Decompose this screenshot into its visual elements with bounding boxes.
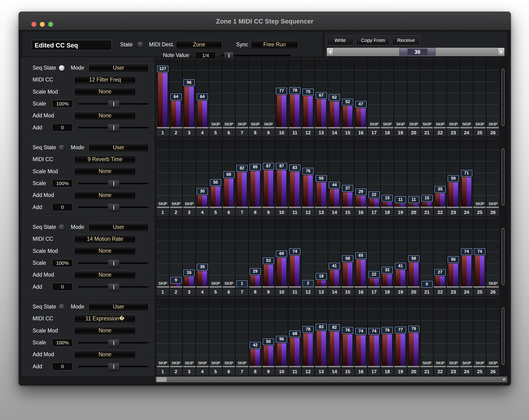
step-column-26[interactable]: SKIP bbox=[487, 59, 499, 127]
scale-slider[interactable] bbox=[78, 180, 148, 187]
slider-thumb[interactable] bbox=[108, 180, 119, 187]
step-column-13[interactable]: 59 bbox=[315, 138, 328, 207]
step-bar[interactable] bbox=[250, 347, 261, 366]
step-column-26[interactable]: SKIP bbox=[487, 298, 499, 366]
step-bar[interactable] bbox=[184, 275, 194, 286]
step-bar[interactable] bbox=[290, 170, 300, 207]
step-column-4[interactable]: 39 bbox=[196, 218, 209, 286]
step-bar[interactable] bbox=[329, 330, 340, 366]
step-bar[interactable] bbox=[276, 93, 287, 127]
step-column-8[interactable]: 42 bbox=[249, 298, 262, 366]
step-column-18[interactable]: SKIP bbox=[381, 59, 394, 127]
step-column-23[interactable]: 56 bbox=[447, 218, 460, 286]
step-column-1[interactable]: 127 bbox=[157, 59, 170, 127]
step-column-25[interactable]: 74 bbox=[474, 218, 487, 286]
scale-mod-button[interactable]: None bbox=[74, 167, 136, 176]
chart-vertical-scrollbar[interactable] bbox=[502, 69, 504, 126]
add-slider[interactable] bbox=[78, 363, 148, 370]
step-bar[interactable] bbox=[356, 258, 366, 286]
step-column-2[interactable]: 64 bbox=[170, 59, 183, 127]
step-column-9[interactable]: 87 bbox=[262, 138, 276, 207]
scroll-left-arrow-icon[interactable] bbox=[327, 48, 334, 56]
step-column-4[interactable]: 64 bbox=[196, 59, 209, 127]
step-bar[interactable] bbox=[237, 171, 247, 207]
step-bar[interactable] bbox=[461, 254, 472, 286]
step-column-7[interactable]: 1 bbox=[236, 218, 249, 286]
step-column-19[interactable]: 11 bbox=[394, 138, 408, 207]
step-bar[interactable] bbox=[250, 274, 261, 286]
midi-cc-button[interactable]: 14 Motion Rate bbox=[74, 235, 136, 244]
step-column-22[interactable]: SKIP bbox=[434, 298, 447, 366]
window-titlebar[interactable]: Zone 1 MIDI CC Step Sequencer bbox=[19, 12, 511, 30]
step-bar[interactable] bbox=[435, 191, 445, 207]
step-bar[interactable] bbox=[369, 197, 380, 207]
seq-state-led[interactable] bbox=[59, 65, 65, 71]
seq-state-led[interactable] bbox=[59, 304, 65, 310]
slider-thumb[interactable] bbox=[108, 283, 119, 291]
step-column-10[interactable]: 87 bbox=[276, 138, 289, 207]
step-bar[interactable] bbox=[250, 169, 261, 207]
step-bar[interactable] bbox=[329, 187, 340, 207]
add-mod-button[interactable]: None bbox=[74, 191, 136, 200]
step-column-6[interactable]: SKIP bbox=[223, 218, 236, 286]
write-button[interactable]: Write bbox=[327, 36, 353, 45]
step-bar[interactable] bbox=[303, 94, 313, 127]
step-column-22[interactable]: SKIP bbox=[434, 59, 447, 127]
add-value-field[interactable]: 0 bbox=[52, 124, 73, 131]
step-column-11[interactable]: 74 bbox=[289, 218, 302, 286]
step-column-13[interactable]: 83 bbox=[315, 298, 328, 366]
step-column-5[interactable]: SKIP bbox=[209, 218, 223, 286]
step-column-13[interactable]: 18 bbox=[315, 218, 328, 286]
step-column-14[interactable]: 62 bbox=[328, 59, 342, 127]
chart-horizontal-scrollbar[interactable]: + bbox=[156, 377, 507, 382]
step-bar[interactable] bbox=[408, 331, 419, 366]
step-column-2[interactable]: SKIP bbox=[170, 298, 183, 366]
step-column-19[interactable]: 77 bbox=[394, 298, 408, 366]
step-column-21[interactable]: 15 bbox=[421, 138, 434, 207]
step-column-5[interactable]: SKIP bbox=[209, 298, 223, 366]
seq-state-led[interactable] bbox=[59, 144, 65, 151]
step-bar[interactable] bbox=[408, 261, 419, 286]
step-bar[interactable] bbox=[210, 185, 221, 207]
midi-dest-button[interactable]: Zone bbox=[176, 40, 222, 49]
slider-thumb[interactable] bbox=[108, 339, 119, 347]
step-column-25[interactable]: SKIP bbox=[474, 138, 487, 207]
step-bar[interactable] bbox=[276, 341, 287, 366]
step-column-12[interactable]: 76 bbox=[302, 138, 315, 207]
slider-thumb[interactable] bbox=[108, 363, 119, 370]
step-column-20[interactable]: SKIP bbox=[408, 59, 421, 127]
step-column-17[interactable]: 22 bbox=[368, 218, 381, 286]
step-column-19[interactable]: 41 bbox=[394, 218, 408, 286]
step-column-17[interactable]: 74 bbox=[368, 298, 381, 366]
step-bar[interactable] bbox=[316, 181, 327, 207]
step-column-22[interactable]: 27 bbox=[434, 218, 447, 286]
step-bar[interactable] bbox=[157, 71, 168, 127]
step-column-12[interactable]: 78 bbox=[302, 298, 315, 366]
step-bar[interactable] bbox=[461, 175, 472, 207]
midi-cc-button[interactable]: 9 Reverb Time bbox=[74, 155, 136, 164]
step-column-15[interactable]: 58 bbox=[341, 218, 355, 286]
step-bar[interactable] bbox=[382, 332, 393, 366]
step-column-8[interactable]: SKIP bbox=[249, 59, 262, 127]
step-bar[interactable] bbox=[184, 85, 194, 127]
step-column-1[interactable]: SKIP bbox=[157, 298, 170, 366]
step-column-3[interactable]: 26 bbox=[183, 218, 196, 286]
chart-vertical-scrollbar[interactable] bbox=[502, 228, 504, 285]
position-scrollbar[interactable]: 36 bbox=[326, 48, 505, 56]
chart-horizontal-scrollbar-thumb[interactable] bbox=[157, 377, 167, 382]
step-bar[interactable] bbox=[448, 262, 459, 286]
step-column-7[interactable]: 82 bbox=[236, 138, 249, 207]
step-column-16[interactable]: 47 bbox=[355, 59, 368, 127]
scale-value-field[interactable]: 100% bbox=[52, 100, 73, 108]
step-column-11[interactable]: 68 bbox=[289, 298, 302, 366]
state-led[interactable] bbox=[137, 41, 144, 48]
step-bar[interactable] bbox=[369, 333, 380, 366]
scale-mod-button[interactable]: None bbox=[74, 87, 136, 96]
step-column-1[interactable]: SKIP bbox=[157, 138, 170, 207]
step-column-25[interactable]: SKIP bbox=[474, 298, 487, 366]
step-column-3[interactable]: SKIP bbox=[183, 298, 196, 366]
step-column-18[interactable]: 76 bbox=[381, 298, 394, 366]
add-mod-button[interactable]: None bbox=[74, 350, 136, 359]
expand-control[interactable]: + bbox=[503, 377, 505, 382]
step-column-11[interactable]: 78 bbox=[289, 59, 302, 127]
